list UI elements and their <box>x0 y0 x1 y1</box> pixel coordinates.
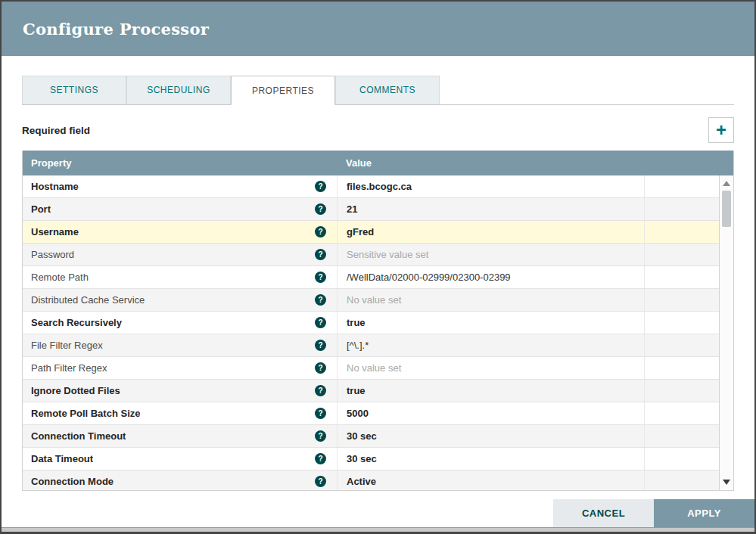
row-extra-cell <box>644 380 719 402</box>
dialog-header: Configure Processor <box>2 2 754 56</box>
properties-table-body: Hostname?files.bcogc.caPort?21Username?g… <box>23 175 719 490</box>
property-name: Port <box>31 203 51 215</box>
scrollbar-thumb[interactable] <box>722 191 731 227</box>
property-name: Remote Path <box>31 272 89 283</box>
help-icon[interactable]: ? <box>315 294 326 306</box>
help-icon[interactable]: ? <box>315 249 326 260</box>
property-name-cell: Path Filter Regex? <box>23 357 337 379</box>
table-body-wrap: Hostname?files.bcogc.caPort?21Username?g… <box>23 175 733 490</box>
help-icon[interactable]: ? <box>315 453 326 464</box>
apply-button[interactable]: APPLY <box>654 499 754 527</box>
scroll-up-icon[interactable] <box>723 181 730 186</box>
property-value-cell[interactable]: 5000 <box>337 402 644 424</box>
property-value-cell[interactable]: files.bcogc.ca <box>337 175 644 197</box>
property-value-cell[interactable]: No value set <box>337 289 644 311</box>
row-extra-cell <box>644 425 719 447</box>
property-value-cell[interactable]: 30 sec <box>337 448 644 470</box>
add-property-button[interactable]: + <box>708 117 734 143</box>
property-name: Username <box>31 226 79 238</box>
properties-table: Property Value Hostname?files.bcogc.caPo… <box>22 151 734 491</box>
row-extra-cell <box>644 244 719 265</box>
property-name: Distributed Cache Service <box>31 294 145 306</box>
property-row: Ignore Dotted Files?true <box>23 380 719 402</box>
help-icon[interactable]: ? <box>315 408 326 419</box>
help-icon[interactable]: ? <box>315 181 326 192</box>
configure-processor-dialog: Configure Processor SETTINGSSCHEDULINGPR… <box>0 0 756 534</box>
property-name: File Filter Regex <box>31 340 103 351</box>
row-extra-cell <box>644 266 719 288</box>
property-row: Data Timeout?30 sec <box>23 448 719 470</box>
property-name: Connection Timeout <box>31 430 126 442</box>
property-name-cell: Distributed Cache Service? <box>23 289 337 311</box>
property-value-cell[interactable]: /WellData/02000-02999/02300-02399 <box>337 266 644 288</box>
property-name-cell: Username? <box>23 221 337 243</box>
table-scrollbar[interactable] <box>719 175 733 490</box>
property-name-cell: Hostname? <box>23 175 337 197</box>
cancel-button[interactable]: CANCEL <box>553 499 654 527</box>
property-row: Password?Sensitive value set <box>23 244 719 266</box>
dialog-title: Configure Processor <box>23 20 209 39</box>
row-extra-cell <box>644 402 719 424</box>
column-header-value: Value <box>337 157 719 169</box>
property-name: Path Filter Regex <box>31 362 107 374</box>
tab-comments[interactable]: COMMENTS <box>335 76 440 104</box>
row-extra-cell <box>644 221 719 243</box>
dialog-content: SETTINGSSCHEDULINGPROPERTIESCOMMENTS Req… <box>2 76 754 491</box>
property-name-cell: Password? <box>23 244 337 265</box>
property-name: Data Timeout <box>31 453 93 464</box>
property-row: Connection Mode?Active <box>23 470 719 490</box>
help-icon[interactable]: ? <box>315 430 326 442</box>
property-value-cell[interactable]: Sensitive value set <box>337 244 644 265</box>
property-name-cell: Data Timeout? <box>23 448 337 470</box>
property-name: Password <box>31 249 74 260</box>
row-extra-cell <box>644 312 719 334</box>
row-extra-cell <box>644 448 719 470</box>
property-row: Connection Timeout?30 sec <box>23 425 719 448</box>
property-row: Distributed Cache Service?No value set <box>23 289 719 312</box>
property-name-cell: File Filter Regex? <box>23 334 337 356</box>
property-value-cell[interactable]: true <box>337 312 644 334</box>
property-name: Connection Mode <box>31 476 114 487</box>
help-icon[interactable]: ? <box>315 340 326 351</box>
property-name-cell: Remote Path? <box>23 266 337 288</box>
help-icon[interactable]: ? <box>315 476 326 487</box>
property-value-cell[interactable]: No value set <box>337 357 644 379</box>
help-icon[interactable]: ? <box>315 226 326 238</box>
property-value-cell[interactable]: [^\.].* <box>337 334 644 356</box>
row-extra-cell <box>644 470 719 490</box>
property-row: File Filter Regex?[^\.].* <box>23 334 719 357</box>
required-field-label: Required field <box>22 125 90 136</box>
property-row: Remote Poll Batch Size?5000 <box>23 402 719 425</box>
tab-settings[interactable]: SETTINGS <box>22 76 126 104</box>
property-row: Remote Path?/WellData/02000-02999/02300-… <box>23 266 719 289</box>
column-header-property: Property <box>23 157 337 169</box>
scroll-down-icon[interactable] <box>723 480 730 485</box>
property-value-cell[interactable]: gFred <box>337 221 644 243</box>
help-icon[interactable]: ? <box>315 317 326 328</box>
tab-scheduling[interactable]: SCHEDULING <box>126 76 231 104</box>
help-icon[interactable]: ? <box>315 203 326 215</box>
dialog-window: Configure Processor SETTINGSSCHEDULINGPR… <box>2 2 754 528</box>
help-icon[interactable]: ? <box>315 272 326 283</box>
help-icon[interactable]: ? <box>315 362 326 374</box>
property-name: Ignore Dotted Files <box>31 385 120 396</box>
row-extra-cell <box>644 198 719 220</box>
property-value-cell[interactable]: Active <box>337 470 644 490</box>
property-value-cell[interactable]: true <box>337 380 644 402</box>
row-extra-cell <box>644 175 719 197</box>
property-row: Username?gFred <box>23 221 719 244</box>
property-row: Path Filter Regex?No value set <box>23 357 719 380</box>
property-value-cell[interactable]: 30 sec <box>337 425 644 447</box>
plus-icon: + <box>716 121 726 139</box>
property-name-cell: Search Recursively? <box>23 312 337 334</box>
property-value-cell[interactable]: 21 <box>337 198 644 220</box>
help-icon[interactable]: ? <box>315 385 326 396</box>
table-header: Property Value <box>23 151 733 175</box>
property-name-cell: Ignore Dotted Files? <box>23 380 337 402</box>
tab-properties[interactable]: PROPERTIES <box>231 76 335 105</box>
tab-bar: SETTINGSSCHEDULINGPROPERTIESCOMMENTS <box>22 76 734 105</box>
row-extra-cell <box>644 334 719 356</box>
property-name: Hostname <box>31 181 79 192</box>
row-extra-cell <box>644 289 719 311</box>
property-name-cell: Connection Timeout? <box>23 425 337 447</box>
